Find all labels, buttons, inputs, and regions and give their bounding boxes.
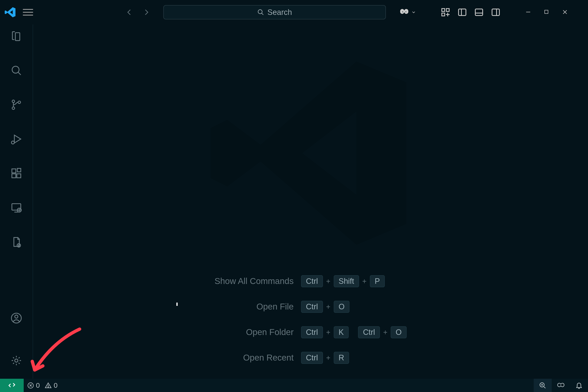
search-icon (257, 9, 264, 16)
window-close-button[interactable] (562, 9, 568, 16)
error-count: 0 (36, 382, 40, 389)
customize-layout-button[interactable] (440, 7, 450, 17)
key-plus: + (326, 302, 331, 311)
key-plus: + (383, 328, 388, 337)
shortcut-label: Open File (214, 301, 294, 312)
title-bar: Search (0, 0, 588, 24)
window-minimize-button[interactable] (525, 9, 532, 16)
manage-gear-icon[interactable] (10, 355, 22, 366)
toggle-panel-button[interactable] (474, 7, 484, 17)
mouse-cursor (176, 302, 178, 306)
svg-point-26 (15, 359, 18, 362)
svg-point-15 (18, 101, 20, 104)
remote-icon (8, 382, 16, 389)
key-cap: P (370, 275, 385, 287)
svg-rect-2 (446, 8, 449, 12)
welcome-shortcut-list: Show All Commands Ctrl+ Shift+ P Open Fi… (214, 275, 407, 364)
run-debug-icon[interactable] (10, 133, 22, 145)
window-maximize-button[interactable] (544, 9, 550, 16)
shortcut-label: Open Folder (214, 326, 294, 338)
bell-icon (575, 382, 583, 389)
svg-rect-4 (458, 9, 466, 16)
status-bar: 0 0 (0, 379, 588, 392)
shortcut-label: Open Recent (214, 352, 294, 364)
remote-explorer-icon[interactable] (10, 202, 22, 214)
svg-rect-20 (17, 168, 21, 172)
vscode-logo-icon (4, 6, 17, 19)
svg-point-25 (15, 315, 18, 318)
svg-rect-19 (17, 174, 20, 178)
svg-point-13 (12, 100, 14, 102)
key-cap: K (334, 326, 348, 338)
svg-rect-1 (442, 8, 445, 12)
svg-point-14 (12, 107, 14, 110)
svg-rect-11 (545, 10, 548, 14)
remote-indicator-button[interactable] (0, 379, 24, 392)
zoom-icon (539, 382, 546, 389)
key-cap: Ctrl (301, 275, 323, 287)
key-plus: + (326, 328, 331, 337)
app-menu-button[interactable] (23, 8, 33, 16)
search-icon[interactable] (10, 64, 22, 76)
error-icon (27, 382, 34, 389)
shortcut-label: Show All Commands (214, 276, 294, 287)
key-cap: R (334, 352, 349, 364)
zoom-button[interactable] (534, 379, 552, 392)
shortcut-keys: Ctrl+ R (301, 352, 406, 364)
svg-point-12 (12, 66, 19, 73)
toggle-primary-sidebar-button[interactable] (457, 7, 467, 17)
warning-count: 0 (54, 382, 58, 389)
copilot-status-button[interactable] (552, 382, 570, 389)
svg-rect-3 (442, 13, 445, 16)
nav-back-button[interactable] (125, 8, 134, 16)
key-cap: O (391, 326, 407, 338)
key-cap: Ctrl (358, 326, 380, 338)
key-cap: Shift (334, 275, 359, 287)
explorer-icon[interactable] (10, 30, 22, 42)
key-plus: + (326, 354, 331, 362)
shortcut-keys: Ctrl+ K Ctrl+ O (301, 326, 406, 338)
problems-button[interactable]: 0 0 (24, 382, 61, 389)
copilot-icon (399, 7, 409, 17)
accounts-icon[interactable] (10, 312, 22, 324)
warning-icon (45, 382, 52, 389)
vscode-watermark-icon (206, 49, 415, 257)
copilot-button[interactable] (399, 7, 416, 17)
chevron-down-icon (411, 10, 416, 15)
key-cap: Ctrl (301, 301, 323, 313)
svg-rect-8 (492, 9, 500, 16)
shortcut-keys: Ctrl+ Shift+ P (301, 275, 406, 287)
shortcut-keys: Ctrl+ O (301, 301, 406, 313)
cmake-icon[interactable] (10, 236, 22, 248)
toggle-secondary-sidebar-button[interactable] (491, 7, 500, 17)
svg-point-0 (258, 10, 262, 14)
key-cap: Ctrl (301, 326, 323, 338)
copilot-status-icon (557, 382, 565, 389)
key-plus: + (326, 277, 331, 286)
svg-rect-17 (12, 169, 16, 173)
notifications-button[interactable] (570, 382, 588, 389)
source-control-icon[interactable] (10, 99, 22, 111)
command-center-search[interactable]: Search (163, 5, 386, 20)
activity-bar (0, 24, 33, 379)
svg-rect-18 (12, 174, 16, 178)
search-placeholder: Search (268, 8, 292, 17)
svg-point-29 (48, 386, 48, 387)
svg-point-16 (12, 141, 14, 144)
key-cap: O (334, 301, 350, 313)
key-cap: Ctrl (301, 352, 323, 364)
key-plus: + (362, 277, 367, 286)
editor-area: Show All Commands Ctrl+ Shift+ P Open Fi… (33, 24, 588, 379)
svg-rect-6 (475, 9, 483, 16)
extensions-icon[interactable] (10, 168, 22, 179)
nav-forward-button[interactable] (142, 8, 151, 16)
